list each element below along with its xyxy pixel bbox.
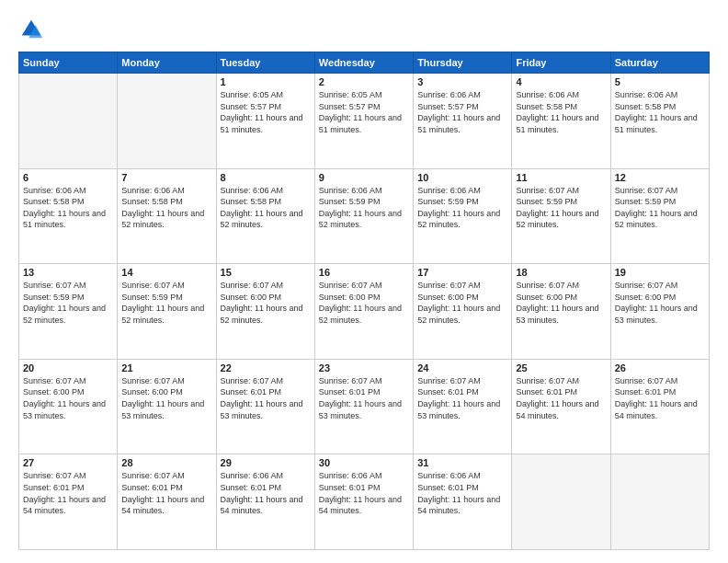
day-number: 26 bbox=[615, 362, 705, 373]
calendar-cell: 23Sunrise: 6:07 AMSunset: 6:01 PMDayligh… bbox=[314, 359, 413, 454]
logo-icon bbox=[18, 17, 44, 42]
calendar-cell: 1Sunrise: 6:05 AMSunset: 5:57 PMDaylight… bbox=[216, 74, 314, 169]
day-number: 4 bbox=[516, 76, 606, 87]
calendar-table: SundayMondayTuesdayWednesdayThursdayFrid… bbox=[18, 52, 710, 550]
calendar-week-4: 20Sunrise: 6:07 AMSunset: 6:00 PMDayligh… bbox=[19, 359, 710, 454]
day-number: 2 bbox=[319, 76, 409, 87]
day-info: Sunrise: 6:06 AMSunset: 5:59 PMDaylight:… bbox=[417, 185, 507, 231]
calendar-cell: 11Sunrise: 6:07 AMSunset: 5:59 PMDayligh… bbox=[512, 168, 610, 264]
calendar-cell: 10Sunrise: 6:06 AMSunset: 5:59 PMDayligh… bbox=[414, 168, 512, 264]
day-info: Sunrise: 6:07 AMSunset: 6:00 PMDaylight:… bbox=[516, 280, 606, 326]
day-info: Sunrise: 6:07 AMSunset: 6:00 PMDaylight:… bbox=[121, 375, 211, 421]
day-number: 22 bbox=[221, 362, 311, 373]
calendar-cell: 26Sunrise: 6:07 AMSunset: 6:01 PMDayligh… bbox=[610, 359, 709, 454]
weekday-header-saturday: Saturday bbox=[610, 52, 709, 74]
day-number: 6 bbox=[23, 172, 113, 183]
calendar-cell: 21Sunrise: 6:07 AMSunset: 6:00 PMDayligh… bbox=[118, 359, 216, 454]
weekday-header-friday: Friday bbox=[512, 52, 610, 74]
day-info: Sunrise: 6:07 AMSunset: 6:01 PMDaylight:… bbox=[221, 375, 311, 421]
day-info: Sunrise: 6:07 AMSunset: 6:01 PMDaylight:… bbox=[615, 375, 705, 421]
day-info: Sunrise: 6:06 AMSunset: 6:01 PMDaylight:… bbox=[417, 470, 507, 516]
day-number: 24 bbox=[417, 362, 507, 373]
calendar-cell bbox=[118, 74, 216, 169]
day-info: Sunrise: 6:07 AMSunset: 6:00 PMDaylight:… bbox=[319, 280, 409, 326]
day-number: 20 bbox=[23, 362, 113, 373]
day-info: Sunrise: 6:07 AMSunset: 6:00 PMDaylight:… bbox=[221, 280, 311, 326]
day-info: Sunrise: 6:06 AMSunset: 6:01 PMDaylight:… bbox=[221, 470, 311, 516]
calendar-week-3: 13Sunrise: 6:07 AMSunset: 5:59 PMDayligh… bbox=[19, 264, 710, 360]
calendar-cell bbox=[610, 454, 709, 550]
weekday-header-sunday: Sunday bbox=[19, 52, 118, 74]
day-info: Sunrise: 6:06 AMSunset: 5:59 PMDaylight:… bbox=[319, 185, 409, 231]
day-number: 19 bbox=[615, 267, 705, 278]
calendar-cell: 27Sunrise: 6:07 AMSunset: 6:01 PMDayligh… bbox=[19, 454, 118, 550]
day-number: 14 bbox=[121, 267, 211, 278]
day-info: Sunrise: 6:07 AMSunset: 6:01 PMDaylight:… bbox=[417, 375, 507, 421]
day-info: Sunrise: 6:07 AMSunset: 6:01 PMDaylight:… bbox=[319, 375, 409, 421]
calendar-cell: 29Sunrise: 6:06 AMSunset: 6:01 PMDayligh… bbox=[216, 454, 314, 550]
calendar-cell: 31Sunrise: 6:06 AMSunset: 6:01 PMDayligh… bbox=[414, 454, 512, 550]
header bbox=[18, 17, 710, 42]
calendar-cell bbox=[19, 74, 118, 169]
day-number: 29 bbox=[221, 457, 311, 468]
day-info: Sunrise: 6:07 AMSunset: 5:59 PMDaylight:… bbox=[615, 185, 705, 231]
day-number: 23 bbox=[319, 362, 409, 373]
day-info: Sunrise: 6:06 AMSunset: 5:58 PMDaylight:… bbox=[23, 185, 113, 231]
day-number: 1 bbox=[221, 76, 311, 87]
day-number: 17 bbox=[417, 267, 507, 278]
day-number: 13 bbox=[23, 267, 113, 278]
calendar-cell: 19Sunrise: 6:07 AMSunset: 6:00 PMDayligh… bbox=[610, 264, 709, 360]
day-info: Sunrise: 6:05 AMSunset: 5:57 PMDaylight:… bbox=[319, 89, 409, 135]
calendar-cell: 12Sunrise: 6:07 AMSunset: 5:59 PMDayligh… bbox=[610, 168, 709, 264]
day-info: Sunrise: 6:06 AMSunset: 5:57 PMDaylight:… bbox=[417, 89, 507, 135]
page: SundayMondayTuesdayWednesdayThursdayFrid… bbox=[0, 0, 728, 563]
calendar-cell: 13Sunrise: 6:07 AMSunset: 5:59 PMDayligh… bbox=[19, 264, 118, 360]
logo bbox=[18, 17, 48, 42]
calendar-cell: 2Sunrise: 6:05 AMSunset: 5:57 PMDaylight… bbox=[314, 74, 413, 169]
day-number: 5 bbox=[615, 76, 705, 87]
day-info: Sunrise: 6:07 AMSunset: 6:00 PMDaylight:… bbox=[23, 375, 113, 421]
calendar-cell: 17Sunrise: 6:07 AMSunset: 6:00 PMDayligh… bbox=[414, 264, 512, 360]
day-info: Sunrise: 6:07 AMSunset: 5:59 PMDaylight:… bbox=[23, 280, 113, 326]
day-number: 15 bbox=[221, 267, 311, 278]
day-number: 3 bbox=[417, 76, 507, 87]
day-number: 7 bbox=[121, 172, 211, 183]
calendar-cell: 22Sunrise: 6:07 AMSunset: 6:01 PMDayligh… bbox=[216, 359, 314, 454]
day-info: Sunrise: 6:07 AMSunset: 6:01 PMDaylight:… bbox=[121, 470, 211, 516]
day-number: 25 bbox=[516, 362, 606, 373]
day-info: Sunrise: 6:07 AMSunset: 6:00 PMDaylight:… bbox=[417, 280, 507, 326]
day-number: 18 bbox=[516, 267, 606, 278]
day-info: Sunrise: 6:07 AMSunset: 6:01 PMDaylight:… bbox=[516, 375, 606, 421]
calendar-cell: 16Sunrise: 6:07 AMSunset: 6:00 PMDayligh… bbox=[314, 264, 413, 360]
day-number: 27 bbox=[23, 457, 113, 468]
calendar-cell: 14Sunrise: 6:07 AMSunset: 5:59 PMDayligh… bbox=[118, 264, 216, 360]
weekday-header-wednesday: Wednesday bbox=[314, 52, 413, 74]
weekday-header-row: SundayMondayTuesdayWednesdayThursdayFrid… bbox=[19, 52, 710, 74]
day-info: Sunrise: 6:05 AMSunset: 5:57 PMDaylight:… bbox=[221, 89, 311, 135]
day-number: 16 bbox=[319, 267, 409, 278]
day-info: Sunrise: 6:06 AMSunset: 5:58 PMDaylight:… bbox=[221, 185, 311, 231]
calendar-cell: 4Sunrise: 6:06 AMSunset: 5:58 PMDaylight… bbox=[512, 74, 610, 169]
calendar-cell: 28Sunrise: 6:07 AMSunset: 6:01 PMDayligh… bbox=[118, 454, 216, 550]
calendar-week-2: 6Sunrise: 6:06 AMSunset: 5:58 PMDaylight… bbox=[19, 168, 710, 264]
calendar-cell: 5Sunrise: 6:06 AMSunset: 5:58 PMDaylight… bbox=[610, 74, 709, 169]
day-number: 8 bbox=[221, 172, 311, 183]
calendar-cell: 25Sunrise: 6:07 AMSunset: 6:01 PMDayligh… bbox=[512, 359, 610, 454]
calendar-cell: 30Sunrise: 6:06 AMSunset: 6:01 PMDayligh… bbox=[314, 454, 413, 550]
weekday-header-monday: Monday bbox=[118, 52, 216, 74]
day-info: Sunrise: 6:06 AMSunset: 5:58 PMDaylight:… bbox=[121, 185, 211, 231]
calendar-cell bbox=[512, 454, 610, 550]
day-info: Sunrise: 6:07 AMSunset: 6:00 PMDaylight:… bbox=[615, 280, 705, 326]
calendar-cell: 18Sunrise: 6:07 AMSunset: 6:00 PMDayligh… bbox=[512, 264, 610, 360]
day-number: 11 bbox=[516, 172, 606, 183]
day-number: 10 bbox=[417, 172, 507, 183]
day-info: Sunrise: 6:07 AMSunset: 5:59 PMDaylight:… bbox=[121, 280, 211, 326]
weekday-header-thursday: Thursday bbox=[414, 52, 512, 74]
day-number: 21 bbox=[121, 362, 211, 373]
calendar-cell: 7Sunrise: 6:06 AMSunset: 5:58 PMDaylight… bbox=[118, 168, 216, 264]
calendar-cell: 20Sunrise: 6:07 AMSunset: 6:00 PMDayligh… bbox=[19, 359, 118, 454]
calendar-cell: 15Sunrise: 6:07 AMSunset: 6:00 PMDayligh… bbox=[216, 264, 314, 360]
day-info: Sunrise: 6:07 AMSunset: 6:01 PMDaylight:… bbox=[23, 470, 113, 516]
day-info: Sunrise: 6:06 AMSunset: 5:58 PMDaylight:… bbox=[615, 89, 705, 135]
weekday-header-tuesday: Tuesday bbox=[216, 52, 314, 74]
